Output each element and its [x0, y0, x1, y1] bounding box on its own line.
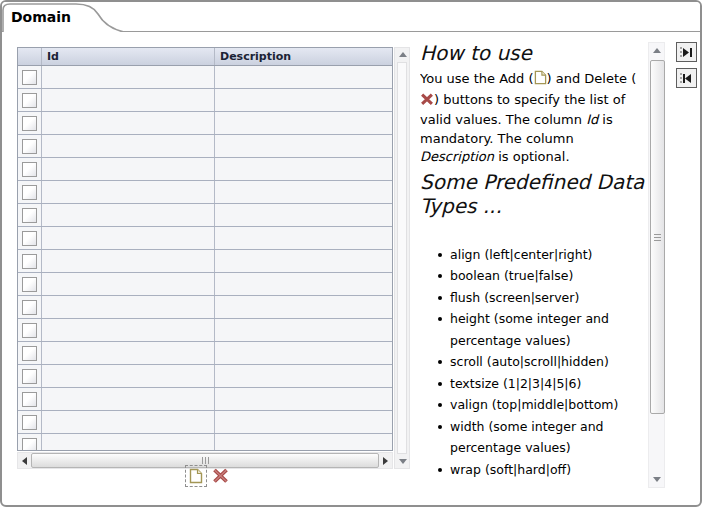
row-select-cell: [18, 204, 41, 226]
row-checkbox[interactable]: [22, 93, 37, 108]
id-cell[interactable]: [41, 204, 214, 226]
description-cell[interactable]: [214, 319, 392, 341]
description-cell[interactable]: [214, 66, 392, 88]
id-cell[interactable]: [41, 434, 214, 451]
description-cell[interactable]: [214, 227, 392, 249]
arrow-to-left-bar-icon: [680, 73, 693, 84]
id-cell[interactable]: [41, 89, 214, 111]
description-cell[interactable]: [214, 204, 392, 226]
row-checkbox[interactable]: [22, 277, 37, 292]
help-title: How to use: [420, 42, 649, 64]
description-cell[interactable]: [214, 434, 392, 451]
scroll-up-icon[interactable]: [399, 52, 407, 57]
row-checkbox[interactable]: [22, 392, 37, 407]
description-cell[interactable]: [214, 158, 392, 180]
description-cell[interactable]: [214, 365, 392, 387]
tab-label: Domain: [11, 9, 71, 25]
id-cell[interactable]: [41, 365, 214, 387]
description-cell[interactable]: [214, 89, 392, 111]
row-checkbox[interactable]: [22, 139, 37, 154]
row-select-cell: [18, 388, 41, 410]
list-item: height (some integer and percentage valu…: [450, 308, 649, 351]
row-checkbox[interactable]: [22, 438, 37, 452]
add-row-button[interactable]: [185, 465, 207, 487]
id-cell[interactable]: [41, 227, 214, 249]
row-checkbox[interactable]: [22, 231, 37, 246]
id-cell[interactable]: [41, 319, 214, 341]
description-cell[interactable]: [214, 342, 392, 364]
help-subtitle: Some Predefined Data Types ...: [420, 170, 649, 218]
row-checkbox[interactable]: [22, 323, 37, 338]
id-cell[interactable]: [41, 135, 214, 157]
row-checkbox[interactable]: [22, 116, 37, 131]
description-cell[interactable]: [214, 181, 392, 203]
id-cell[interactable]: [41, 66, 214, 88]
table-row: [18, 112, 392, 135]
row-checkbox[interactable]: [22, 346, 37, 361]
list-item: scroll (auto|scroll|hidden): [450, 351, 649, 373]
collapse-right-button[interactable]: [676, 42, 697, 62]
scroll-up-icon[interactable]: [653, 48, 661, 53]
collapse-left-button[interactable]: [676, 68, 697, 88]
description-cell[interactable]: [214, 112, 392, 134]
id-cell[interactable]: [41, 342, 214, 364]
row-select-cell: [18, 365, 41, 387]
id-cell[interactable]: [41, 273, 214, 295]
row-checkbox[interactable]: [22, 208, 37, 223]
id-term: Id: [586, 112, 598, 127]
table-row: [18, 434, 392, 451]
help-vertical-scrollbar[interactable]: [648, 42, 665, 488]
row-checkbox[interactable]: [22, 415, 37, 430]
list-item: align (left|center|right): [450, 244, 649, 266]
delete-row-button[interactable]: [211, 467, 230, 486]
row-select-cell: [18, 158, 41, 180]
domain-values-table: Id Description: [17, 47, 393, 451]
description-cell[interactable]: [214, 411, 392, 433]
description-cell[interactable]: [214, 273, 392, 295]
row-checkbox[interactable]: [22, 70, 37, 85]
help-scrollbar-thumb[interactable]: [650, 60, 665, 414]
row-checkbox[interactable]: [22, 300, 37, 315]
table-row: [18, 89, 392, 112]
table-row: [18, 227, 392, 250]
id-column-header[interactable]: Id: [41, 48, 214, 65]
description-cell[interactable]: [214, 250, 392, 272]
id-cell[interactable]: [41, 411, 214, 433]
description-cell[interactable]: [214, 135, 392, 157]
table-vertical-scrollbar-track[interactable]: [397, 62, 407, 454]
row-checkbox[interactable]: [22, 162, 37, 177]
table-row: [18, 181, 392, 204]
id-cell[interactable]: [41, 112, 214, 134]
checkbox-column-header[interactable]: [18, 48, 41, 65]
row-toolbar: [185, 465, 230, 487]
id-cell[interactable]: [41, 250, 214, 272]
id-cell[interactable]: [41, 296, 214, 318]
table-row: [18, 66, 392, 89]
scroll-down-icon[interactable]: [399, 459, 407, 464]
row-checkbox[interactable]: [22, 369, 37, 384]
scroll-down-icon[interactable]: [653, 477, 661, 482]
description-cell[interactable]: [214, 388, 392, 410]
scroll-right-icon[interactable]: [379, 453, 392, 468]
table-header-row: Id Description: [18, 48, 392, 66]
description-cell[interactable]: [214, 296, 392, 318]
row-select-cell: [18, 411, 41, 433]
tab-domain[interactable]: Domain: [2, 2, 126, 32]
row-select-cell: [18, 319, 41, 341]
id-cell[interactable]: [41, 388, 214, 410]
table-row: [18, 158, 392, 181]
delete-x-icon: [212, 468, 229, 484]
table-row: [18, 135, 392, 158]
row-checkbox[interactable]: [22, 185, 37, 200]
tab-bar: Domain: [2, 2, 700, 32]
id-cell[interactable]: [41, 181, 214, 203]
description-column-header[interactable]: Description: [214, 48, 392, 65]
table-vertical-scrollbar[interactable]: [394, 47, 410, 469]
scroll-left-icon[interactable]: [18, 453, 31, 468]
id-cell[interactable]: [41, 158, 214, 180]
row-select-cell: [18, 112, 41, 134]
row-select-cell: [18, 89, 41, 111]
list-item: width (some integer and percentage value…: [450, 416, 649, 459]
row-checkbox[interactable]: [22, 254, 37, 269]
table-row: [18, 319, 392, 342]
